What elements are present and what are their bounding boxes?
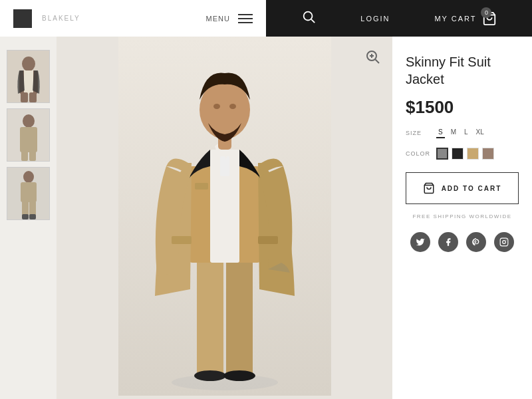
instagram-icon[interactable]: [494, 232, 514, 252]
svg-rect-28: [226, 256, 253, 376]
hamburger-menu-icon[interactable]: [238, 14, 253, 23]
svg-rect-12: [21, 151, 28, 161]
twitter-icon[interactable]: [410, 232, 430, 252]
svg-rect-20: [29, 214, 36, 219]
svg-line-22: [376, 60, 380, 64]
top-bar-right: LOGIN 0 MY CART: [266, 0, 532, 37]
svg-rect-40: [195, 183, 208, 190]
size-option-l[interactable]: L: [462, 127, 470, 138]
search-icon[interactable]: [301, 9, 316, 27]
svg-rect-37: [220, 156, 229, 176]
size-options: S M L XL: [436, 127, 486, 138]
size-label: SIZE: [406, 130, 431, 136]
cart-label: MY CART: [434, 15, 476, 23]
color-swatches: [436, 148, 494, 160]
zoom-icon[interactable]: [364, 49, 380, 68]
product-price: $1500: [406, 97, 519, 118]
cart-area[interactable]: 0 MY CART: [434, 11, 496, 26]
add-to-cart-label: ADD TO CART: [442, 185, 502, 192]
logo-box: [13, 9, 32, 28]
color-swatch-gray[interactable]: [436, 148, 448, 160]
size-row: SIZE S M L XL: [406, 127, 519, 138]
thumbnail-2[interactable]: [7, 108, 50, 162]
cart-icon-small: [423, 182, 435, 194]
size-option-s[interactable]: S: [436, 127, 445, 138]
svg-rect-8: [29, 92, 37, 102]
size-option-xl[interactable]: XL: [474, 127, 486, 138]
svg-line-1: [312, 19, 315, 23]
logo-text: BLAKELY: [42, 15, 80, 22]
menu-label[interactable]: MENU: [206, 15, 230, 23]
svg-rect-27: [197, 256, 223, 376]
svg-rect-6: [24, 70, 33, 94]
svg-point-48: [506, 239, 507, 240]
thumbnails-column: [0, 37, 57, 399]
shipping-text: FREE SHIPPING WORLDWIDE: [406, 213, 519, 219]
svg-point-15: [23, 171, 34, 183]
main-product-image: [118, 37, 331, 396]
svg-point-44: [229, 104, 236, 109]
cart-badge: 0: [481, 7, 491, 18]
color-label: COLOR: [406, 150, 431, 157]
svg-rect-39: [258, 236, 278, 244]
top-bar-left: BLAKELY MENU: [0, 0, 266, 37]
top-bar: BLAKELY MENU LOGIN 0 MY CART: [0, 0, 532, 37]
svg-rect-16: [21, 182, 37, 202]
color-swatch-black[interactable]: [452, 148, 464, 160]
main-image-area: [57, 37, 392, 399]
color-row: COLOR: [406, 148, 519, 160]
svg-rect-13: [29, 151, 36, 161]
facebook-icon[interactable]: [438, 232, 458, 252]
svg-rect-7: [21, 92, 28, 102]
add-to-cart-button[interactable]: ADD TO CART: [406, 172, 519, 204]
svg-point-0: [304, 12, 313, 21]
svg-point-4: [22, 57, 35, 71]
main-content: Skinny Fit Suit Jacket $1500 SIZE S M L …: [0, 37, 532, 399]
product-title: Skinny Fit Suit Jacket: [406, 53, 519, 88]
social-icons: [406, 232, 519, 252]
svg-point-30: [223, 370, 255, 381]
product-info-panel: Skinny Fit Suit Jacket $1500 SIZE S M L …: [392, 37, 532, 399]
thumbnail-1[interactable]: [7, 50, 50, 103]
svg-rect-46: [500, 238, 508, 246]
svg-rect-17: [22, 201, 29, 215]
color-swatch-brown[interactable]: [482, 148, 494, 160]
svg-point-29: [194, 370, 226, 381]
color-swatch-tan[interactable]: [467, 148, 479, 160]
menu-area: MENU: [206, 14, 253, 23]
svg-rect-18: [29, 201, 36, 215]
svg-rect-38: [172, 236, 192, 244]
thumbnail-3[interactable]: [7, 167, 50, 220]
svg-rect-11: [20, 127, 37, 152]
svg-rect-19: [22, 214, 29, 219]
login-button[interactable]: LOGIN: [360, 15, 390, 23]
svg-point-47: [503, 241, 506, 244]
size-option-m[interactable]: M: [449, 127, 458, 138]
svg-point-10: [23, 114, 35, 128]
pinterest-icon[interactable]: [466, 232, 486, 252]
svg-point-43: [213, 104, 220, 109]
